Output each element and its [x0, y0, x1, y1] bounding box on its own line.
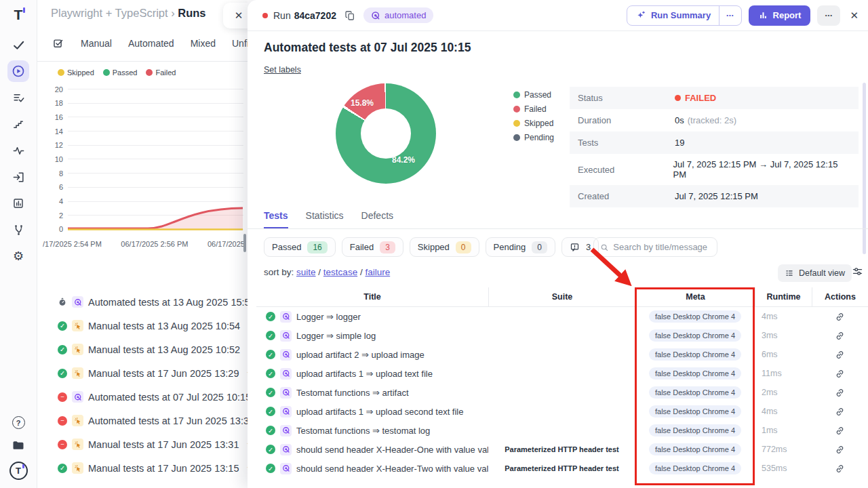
y-tick: 0: [43, 225, 63, 233]
sidebar-item-import[interactable]: [7, 166, 29, 188]
meta-badge: false Desktop Chrome 4: [649, 348, 741, 361]
table-row[interactable]: ✓Testomat functions ⇒ testomat log false…: [256, 421, 868, 440]
col-runtime[interactable]: Runtime: [755, 287, 812, 306]
artifact-link-icon[interactable]: [835, 368, 845, 378]
tab-tests[interactable]: Tests: [264, 210, 288, 228]
tab-manual[interactable]: Manual: [81, 38, 112, 49]
app-logo[interactable]: T: [14, 7, 23, 23]
search-input[interactable]: [613, 242, 711, 252]
manual-run-icon: [72, 462, 83, 474]
run-list-item[interactable]: − Automated tests at 17 Jun 2025 13:30: [37, 409, 248, 432]
workspace-avatar[interactable]: T: [9, 462, 28, 480]
tab-automated[interactable]: Automated: [128, 38, 174, 49]
close-icon: ✕: [850, 9, 859, 21]
table-row[interactable]: ✓upload artifact 2 ⇒ upload image false …: [256, 345, 868, 364]
runs-trend-chart: 20 18 16 14 12 10 8 6 4 2 0 /17/2025 2:5…: [43, 85, 245, 255]
failed-count: 3: [380, 241, 395, 253]
pending-dot: [513, 134, 520, 141]
test-title: Testomat functions ⇒ testomat log: [296, 426, 430, 436]
detail-close-button[interactable]: ✕: [850, 9, 859, 22]
artifact-link-icon[interactable]: [835, 463, 845, 473]
run-list-item[interactable]: ✓ Manual tests at 13 Aug 2025 10:52 from: [37, 338, 248, 361]
sort-by-suite[interactable]: suite: [296, 267, 316, 277]
table-row[interactable]: ✓upload artifacts 1 ⇒ upload second text…: [256, 402, 868, 421]
report-button[interactable]: Report: [749, 5, 811, 26]
run-list-item[interactable]: ✓ Manual tests at 17 Jun 2025 13:15 from: [37, 456, 248, 480]
x-tick: 06/17/2025 2:56 PM: [121, 240, 188, 248]
set-labels-link[interactable]: Set labels: [264, 65, 301, 75]
tab-unfinished[interactable]: Unfini: [232, 38, 248, 49]
docs-button[interactable]: [12, 439, 25, 452]
passed-percent-label: 84.2%: [392, 155, 415, 165]
artifact-link-icon[interactable]: [835, 387, 845, 397]
table-row[interactable]: ✓upload artifacts 1 ⇒ upload text file f…: [256, 364, 868, 383]
copy-run-id-button[interactable]: [344, 10, 355, 21]
col-suite[interactable]: Suite: [488, 287, 635, 306]
passed-status-icon: ✓: [266, 407, 275, 416]
run-summary-button[interactable]: Run Summary •••: [627, 5, 742, 26]
sidebar-item-plans[interactable]: [7, 87, 29, 108]
sidebar-item-branches[interactable]: [7, 219, 29, 241]
col-actions[interactable]: Actions: [812, 287, 868, 306]
info-row-duration: Duration 0s (tracked: 2s): [570, 109, 859, 131]
select-runs-button[interactable]: [52, 37, 64, 49]
run-list-item[interactable]: − Manual tests at 17 Jun 2025 13:31 from: [37, 432, 248, 456]
table-row[interactable]: ✓Testomat functions ⇒ artifact false Des…: [256, 383, 868, 402]
tab-mixed[interactable]: Mixed: [191, 38, 216, 49]
passed-status-icon: ✓: [266, 312, 275, 321]
sidebar-item-pulse[interactable]: [7, 140, 29, 161]
x-tick: /17/2025 2:54 PM: [43, 240, 102, 248]
sidebar-item-steps[interactable]: [7, 113, 29, 135]
automated-test-icon: [280, 387, 292, 399]
sort-by-testcase[interactable]: testcase: [323, 267, 357, 277]
sidebar-item-tests[interactable]: [7, 34, 29, 56]
automated-badge[interactable]: automated: [363, 7, 433, 23]
runtime-cell: 6ms: [755, 350, 812, 359]
sidebar-item-runs[interactable]: [7, 60, 29, 82]
artifact-link-icon[interactable]: [835, 349, 845, 359]
filter-pending[interactable]: Pending0: [486, 237, 555, 257]
more-actions-button[interactable]: •••: [817, 5, 840, 26]
run-list-item[interactable]: ✓ Manual tests at 13 Aug 2025 10:54 2: [37, 314, 248, 338]
table-row[interactable]: ✓should send header X-Header-One with va…: [256, 440, 868, 459]
col-title[interactable]: Title: [256, 287, 488, 306]
artifact-link-icon[interactable]: [835, 425, 845, 435]
panel-scrollbar[interactable]: [243, 234, 246, 252]
runtime-cell: 2ms: [755, 388, 812, 397]
view-settings-button[interactable]: [852, 266, 863, 277]
artifact-link-icon[interactable]: [835, 444, 845, 454]
sidebar-item-settings[interactable]: ⚙: [7, 245, 29, 267]
col-meta[interactable]: Meta: [635, 287, 755, 306]
checkbox-icon: [54, 40, 62, 47]
sort-by-failure[interactable]: failure: [365, 267, 390, 277]
app-rail: T ⚙ ? T: [0, 0, 37, 488]
run-list-item[interactable]: Automated tests at 13 Aug 2025 15:53: [37, 290, 248, 314]
table-row[interactable]: ✓Logger ⇒ logger false Desktop Chrome 4 …: [256, 307, 868, 326]
filter-passed[interactable]: Passed16: [264, 237, 336, 257]
breadcrumb-project[interactable]: Playwright + TypeScript: [51, 7, 168, 19]
run-list-item[interactable]: − Automated tests at 07 Jul 2025 10:15: [37, 385, 248, 409]
artifact-link-icon[interactable]: [835, 311, 845, 321]
manual-run-icon: [72, 415, 83, 426]
x-tick: 06/17/2025: [208, 240, 245, 248]
passed-dot: [103, 69, 110, 76]
help-button[interactable]: ?: [12, 416, 25, 429]
tab-defects[interactable]: Defects: [361, 210, 393, 228]
table-row[interactable]: ✓Logger ⇒ simple log false Desktop Chrom…: [256, 326, 868, 345]
run-list-item[interactable]: ✓ Manual tests at 17 Jun 2025 13:29 from: [37, 361, 248, 385]
test-title: upload artifacts 1 ⇒ upload second text …: [296, 407, 464, 417]
artifact-link-icon[interactable]: [835, 406, 845, 416]
table-row[interactable]: ✓should send header X-Header-Two with va…: [256, 459, 868, 478]
tab-statistics[interactable]: Statistics: [306, 210, 344, 228]
failed-dot-icon: [262, 13, 268, 18]
panel-close-button[interactable]: ✕: [223, 3, 248, 28]
artifact-link-icon[interactable]: [835, 330, 845, 340]
filter-skipped[interactable]: Skipped0: [410, 237, 479, 257]
default-view-button[interactable]: Default view: [778, 264, 852, 282]
sidebar-item-reports[interactable]: [7, 192, 29, 214]
legend-skipped: Skipped: [58, 68, 94, 77]
run-summary-more-button[interactable]: •••: [719, 6, 741, 25]
filter-failed[interactable]: Failed3: [342, 237, 403, 257]
passed-status-icon: ✓: [266, 388, 275, 397]
runtime-cell: 535ms: [755, 464, 812, 473]
